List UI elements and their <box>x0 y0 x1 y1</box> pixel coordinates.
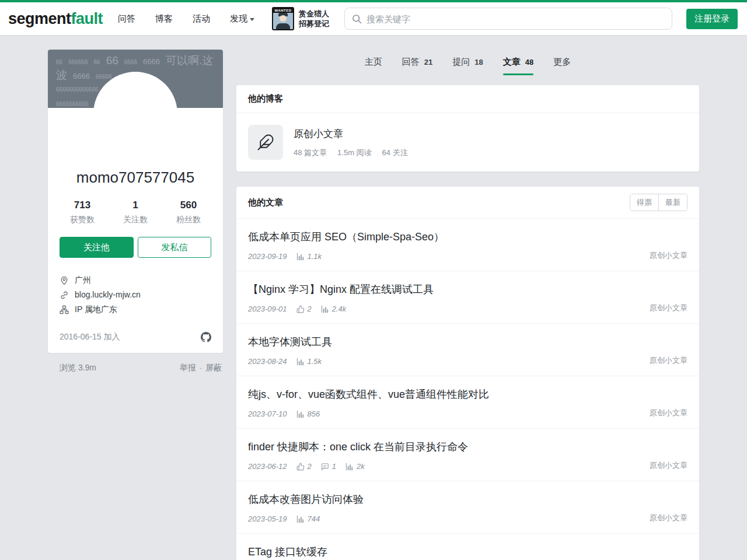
article-views: 2.4k <box>321 304 347 313</box>
stat-粉丝数[interactable]: 560粉丝数 <box>176 200 201 225</box>
article-title[interactable]: ETag 接口软缓存 <box>248 545 371 559</box>
profile-main: 主页回答21提问18文章48更多 他的博客 原创小文章 48 篇文章1.5m 阅… <box>236 50 699 560</box>
article-comments: 1 <box>321 462 336 471</box>
article-blog-tag[interactable]: 原创小文章 <box>650 513 687 523</box>
article-title[interactable]: 低成本单页应用 SEO（Simple-Spa-Seo） <box>248 230 444 244</box>
join-date: 2016-06-15 加入 <box>60 332 120 342</box>
article-list-item: 低成本单页应用 SEO（Simple-Spa-Seo） 2023-09-19 1… <box>236 219 699 271</box>
article-views: 744 <box>296 514 320 523</box>
ip-location-icon <box>60 305 69 314</box>
location-icon <box>60 276 69 285</box>
tab-count: 21 <box>424 58 432 66</box>
send-message-button[interactable]: 发私信 <box>138 237 212 258</box>
article-title[interactable]: 低成本改善图片访问体验 <box>248 492 364 507</box>
article-date: 2023-05-19 <box>248 514 287 523</box>
blog-meta-item: 64 关注 <box>382 148 408 158</box>
feather-icon <box>248 125 283 160</box>
separator-dot: · <box>200 364 202 372</box>
tab-回答[interactable]: 回答21 <box>402 57 432 75</box>
chevron-down-icon <box>250 18 254 21</box>
views-chart-icon <box>296 410 305 418</box>
search-input[interactable] <box>366 14 665 24</box>
logo-text-segment: segment <box>8 10 71 27</box>
article-blog-tag[interactable]: 原创小文章 <box>650 303 687 313</box>
avatar[interactable] <box>93 72 177 156</box>
article-blog-tag[interactable]: 原创小文章 <box>650 460 687 471</box>
article-views: 2k <box>345 462 365 471</box>
website-link[interactable]: blog.luckly-mjw.cn <box>75 288 141 302</box>
bounty-hunter-text: 赏金猎人 招募登记 <box>299 9 329 29</box>
article-likes: 2 <box>296 462 312 471</box>
profile-stats: 713获赞数1关注数560粉丝数 <box>48 200 223 225</box>
blog-entry[interactable]: 原创小文章 48 篇文章1.5m 阅读64 关注 <box>236 113 699 172</box>
github-icon[interactable] <box>201 332 211 342</box>
ip-location-row: IP 属地广东 <box>60 302 211 317</box>
report-block-actions: 举报 · 屏蔽 <box>180 363 222 373</box>
article-list-item: finder 快捷脚本：one click 在当前目录执行命令 2023-06-… <box>236 429 699 481</box>
top-navbar: segmentfault 问答博客活动发现 WANTED 赏金猎人 招募登记 注… <box>0 0 747 35</box>
website-row: blog.luckly-mjw.cn <box>60 288 211 302</box>
article-list: 低成本单页应用 SEO（Simple-Spa-Seo） 2023-09-19 1… <box>236 219 699 560</box>
views-chart-icon <box>321 305 329 313</box>
search-box <box>344 8 672 30</box>
article-blog-tag[interactable]: 原创小文章 <box>650 250 687 261</box>
comment-icon <box>321 463 329 471</box>
article-date: 2023-07-10 <box>248 410 287 418</box>
blog-name[interactable]: 原创小文章 <box>294 127 408 141</box>
profile-tabs: 主页回答21提问18文章48更多 <box>236 50 699 75</box>
article-list-item: 低成本改善图片访问体验 2023-05-19 744 原创小文章 <box>236 481 699 534</box>
nav-item-0[interactable]: 问答 <box>118 13 135 24</box>
tab-主页[interactable]: 主页 <box>365 57 382 75</box>
wanted-poster-icon: WANTED <box>272 7 294 30</box>
nav-item-3[interactable]: 发现 <box>230 13 254 24</box>
search-icon <box>352 14 362 24</box>
article-list-item: 纯js、v-for、vue函数式组件、vue普通组件性能对比 2023-07-1… <box>236 376 699 429</box>
location-text: 广州 <box>75 273 91 288</box>
username: momo707577045 <box>48 169 223 187</box>
nav-item-2[interactable]: 活动 <box>193 13 210 24</box>
profile-sidebar: 66666666666666666666可以啊.这波66666666666666… <box>48 50 223 373</box>
thumbs-up-icon <box>296 305 305 313</box>
article-list-item: 【Nginx 学习】Nginx 配置在线调试工具 2023-09-01 2 2.… <box>236 271 699 324</box>
article-date: 2023-09-01 <box>248 304 287 313</box>
article-date: 2023-09-19 <box>248 252 287 261</box>
stat-关注数[interactable]: 1关注数 <box>123 200 148 225</box>
views-chart-icon <box>296 515 305 523</box>
article-title[interactable]: 本地字体测试工具 <box>248 335 332 349</box>
tab-count: 48 <box>525 58 533 66</box>
blog-card: 他的博客 原创小文章 48 篇文章1.5m 阅读64 关注 <box>236 85 699 172</box>
segmentfault-logo[interactable]: segmentfault <box>8 10 103 28</box>
article-list-item: 本地字体测试工具 2023-08-24 1.5k 原创小文章 <box>236 324 699 376</box>
sort-option-最新[interactable]: 最新 <box>658 194 687 211</box>
blog-card-title: 他的博客 <box>248 93 283 104</box>
logo-text-fault: fault <box>71 10 103 27</box>
article-blog-tag[interactable]: 原创小文章 <box>650 408 687 418</box>
thumbs-up-icon <box>296 463 305 471</box>
signup-login-button[interactable]: 注册登录 <box>686 9 738 29</box>
nav-item-1[interactable]: 博客 <box>155 13 173 24</box>
wanted-poster-label: WANTED <box>273 8 293 13</box>
tab-文章[interactable]: 文章48 <box>503 57 533 75</box>
tab-更多[interactable]: 更多 <box>553 57 571 75</box>
profile-card: 66666666666666666666可以啊.这波66666666666666… <box>48 50 223 353</box>
profile-views: 浏览 3.9m <box>60 363 96 373</box>
ip-location-text: IP 属地广东 <box>75 302 117 317</box>
main-nav: 问答博客活动发现 <box>118 13 254 24</box>
blog-meta: 48 篇文章1.5m 阅读64 关注 <box>294 148 408 158</box>
article-blog-tag[interactable]: 原创小文章 <box>650 355 687 366</box>
tab-提问[interactable]: 提问18 <box>452 57 483 75</box>
article-title[interactable]: 纯js、v-for、vue函数式组件、vue普通组件性能对比 <box>248 387 489 402</box>
link-icon <box>60 290 69 300</box>
location-row: 广州 <box>60 273 211 288</box>
block-link[interactable]: 屏蔽 <box>205 363 222 373</box>
follow-button[interactable]: 关注他 <box>60 237 134 258</box>
article-list-item: ETag 接口软缓存 2023-05-04 2 2 1.3k 原创小文章 <box>236 534 699 560</box>
sort-option-得票[interactable]: 得票 <box>630 194 658 211</box>
bounty-hunter-promo[interactable]: WANTED 赏金猎人 招募登记 <box>272 7 329 30</box>
report-link[interactable]: 举报 <box>180 363 196 373</box>
stat-获赞数[interactable]: 713获赞数 <box>70 200 95 225</box>
article-views: 1.1k <box>296 252 322 261</box>
views-chart-icon <box>296 358 305 366</box>
article-title[interactable]: 【Nginx 学习】Nginx 配置在线调试工具 <box>248 282 434 297</box>
article-title[interactable]: finder 快捷脚本：one click 在当前目录执行命令 <box>248 440 468 454</box>
